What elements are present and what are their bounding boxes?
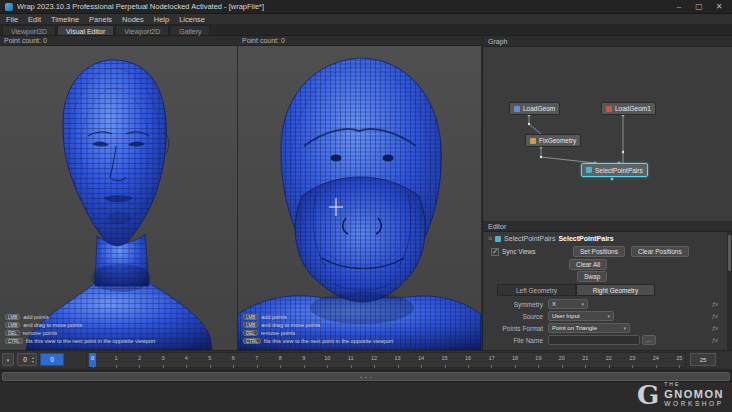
node-selectpointpairs[interactable]: SelectPointPairs [581, 163, 648, 177]
node-label: LoadGeom1 [615, 105, 651, 112]
sync-views-group[interactable]: ✓ Sync Views [491, 248, 567, 256]
editor-scrollbar[interactable] [727, 232, 732, 350]
tab-gallery[interactable]: Gallery [170, 25, 210, 35]
node-loadgeom1[interactable]: LoadGeom1 [601, 102, 656, 115]
female-head-mesh [0, 46, 237, 350]
timeline-tick: 17 [488, 353, 495, 367]
timeline-tick: 0 [89, 353, 96, 367]
clear-all-button[interactable]: Clear All [569, 259, 607, 270]
tab-right-geometry[interactable]: Right Geometry [576, 284, 655, 296]
menu-item-license[interactable]: License [179, 15, 205, 24]
fx-expression-icon[interactable]: ƒx [712, 325, 718, 331]
timeline-tick: 13 [394, 353, 401, 367]
select-value: Point on Triangle [552, 325, 597, 331]
timeline-tick: 12 [371, 353, 378, 367]
chevron-down-icon: ▾ [623, 325, 626, 331]
gnomon-g-icon: G [637, 383, 659, 407]
tab-visual-editor[interactable]: Visual Editor [57, 25, 114, 35]
timeline-tick: 3 [159, 353, 166, 367]
timeline-options-button[interactable]: ▾ [2, 353, 14, 366]
tab-viewport3d[interactable]: Viewport3D [2, 25, 56, 35]
timeline-ticks: 0 1 2 3 4 5 6 7 8 9 10 11 12 13 14 15 16… [87, 353, 685, 367]
file-name-input[interactable] [548, 335, 640, 345]
timeline-zoom-scrollbar[interactable] [0, 370, 732, 382]
title-bar: Wrap 2023.10.3 Professional Perpetual No… [0, 0, 732, 14]
point-count-label: Point count: 0 [4, 37, 47, 44]
hint-text: add points [261, 314, 286, 320]
fx-expression-icon[interactable]: ƒx [712, 337, 718, 343]
sync-views-checkbox[interactable]: ✓ [491, 248, 499, 256]
sync-views-label: Sync Views [502, 248, 535, 255]
node-loadgeom[interactable]: LoadGeom [509, 102, 560, 115]
hint-row: LMB and drag to move points [5, 322, 155, 328]
field-source: Source User Input ▾ ƒx [483, 310, 727, 322]
symmetry-select[interactable]: X ▾ [548, 299, 588, 309]
fx-expression-icon[interactable]: ƒx [712, 313, 718, 319]
source-select[interactable]: User Input ▾ [548, 311, 614, 321]
timeline-tick: 22 [605, 353, 612, 367]
hint-row: LMB add points [5, 314, 155, 320]
editor-scrollbar-handle[interactable] [728, 235, 731, 271]
menu-item-help[interactable]: Help [154, 15, 169, 24]
field-label: Source [483, 313, 543, 320]
timeline-tick: 16 [465, 353, 472, 367]
hint-row: CTRL fits this view to the next point in… [5, 338, 155, 344]
node-type-label: SelectPointPairs [504, 235, 555, 242]
mouse-key-badge: LMB [5, 314, 20, 320]
end-frame-field[interactable]: 25 [690, 353, 716, 366]
fx-expression-icon[interactable]: ƒx [712, 301, 718, 307]
viewport-left-header: Point count: 0 [0, 36, 237, 46]
browse-button[interactable]: … [642, 335, 656, 345]
timeline-tick: 6 [230, 353, 237, 367]
selectpointpairs-node-icon [495, 236, 501, 242]
minimize-button[interactable]: – [671, 2, 687, 11]
set-positions-button[interactable]: Set Positions [573, 246, 625, 257]
timeline-tick: 8 [277, 353, 284, 367]
field-points-format: Points Format Point on Triangle ▾ ƒx [483, 322, 727, 334]
viewport-3d-left[interactable]: LMB add points LMB and drag to move poin… [0, 46, 237, 350]
viewport-3d-right[interactable]: LMB add points LMB and drag to move poin… [238, 46, 481, 350]
chevron-down-icon: ▾ [581, 301, 584, 307]
swap-button[interactable]: Swap [577, 271, 607, 282]
editor-row-positions: ✓ Sync Views Set Positions Clear Positio… [483, 245, 727, 258]
node-graph-canvas[interactable]: LoadGeom LoadGeom1 FixGeometry SelectPoi… [483, 47, 732, 221]
fix-node-icon [530, 138, 536, 144]
menu-item-panels[interactable]: Panels [89, 15, 112, 24]
field-label: Symmetry [483, 301, 543, 308]
clear-positions-button[interactable]: Clear Positions [631, 246, 689, 257]
hint-text: fits this view to the next point in the … [26, 338, 156, 344]
spin-arrows[interactable]: ▴ ▾ [32, 356, 34, 363]
close-button[interactable]: ✕ [711, 2, 727, 11]
frame-spinbox[interactable]: 0 ▴ ▾ [17, 353, 37, 366]
node-label: SelectPointPairs [595, 167, 643, 174]
timeline-tick: 18 [511, 353, 518, 367]
spin-down-icon[interactable]: ▾ [32, 360, 34, 364]
points-format-select[interactable]: Point on Triangle ▾ [548, 323, 630, 333]
tab-viewport2d[interactable]: Viewport2D [115, 25, 169, 35]
menu-item-edit[interactable]: Edit [28, 15, 41, 24]
timeline-ruler[interactable]: 0 1 2 3 4 5 6 7 8 9 10 11 12 13 14 15 16… [86, 352, 686, 368]
viewport-hints: LMB add points LMB and drag to move poin… [243, 314, 393, 344]
tab-left-geometry[interactable]: Left Geometry [497, 284, 576, 296]
hint-text: add points [23, 314, 48, 320]
window-title: Wrap 2023.10.3 Professional Perpetual No… [17, 2, 667, 11]
hint-text: remove points [261, 330, 296, 336]
node-fixgeometry[interactable]: FixGeometry [525, 134, 581, 147]
key-badge: DEL [5, 330, 20, 336]
menu-item-nodes[interactable]: Nodes [122, 15, 144, 24]
menu-item-file[interactable]: File [6, 15, 18, 24]
selectpointpairs-node-icon [586, 167, 592, 173]
select-value: X [552, 301, 556, 307]
hint-row: LMB and drag to move points [243, 322, 393, 328]
grip-dots-icon [359, 376, 373, 379]
field-file-name: File Name … ƒx [483, 334, 727, 346]
menu-item-timeline[interactable]: Timeline [51, 15, 79, 24]
timeline-scrollbar-handle[interactable] [2, 372, 730, 381]
maximize-button[interactable]: ▢ [691, 2, 707, 11]
menu-bar: File Edit Timeline Panels Nodes Help Lic… [0, 14, 732, 25]
timeline-tick: 24 [652, 353, 659, 367]
current-frame-indicator: 0 [40, 353, 64, 366]
editor-row-swap: Swap [483, 270, 727, 282]
gnomon-workshop-logo: G THE GNOMON WORKSHOP [637, 382, 724, 407]
key-badge: CTRL [5, 338, 23, 344]
